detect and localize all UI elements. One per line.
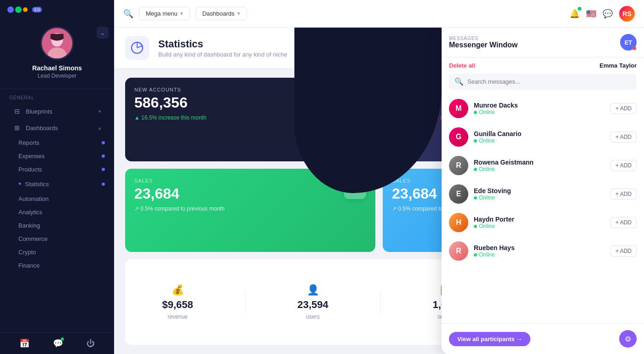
sidebar-item-crypto[interactable]: Crypto <box>18 246 110 259</box>
main-content: 🔍 Mega menu ▾ Dashboards ▾ 🔔 🇺🇸 💬 RS <box>114 0 644 354</box>
mega-menu-button[interactable]: Mega menu ▾ <box>139 7 190 20</box>
search-icon[interactable]: 🔍 <box>123 9 133 19</box>
power-icon[interactable]: ⏻ <box>86 339 95 348</box>
logo-circle-blue <box>7 6 14 13</box>
sidebar-item-label: Crypto <box>18 249 36 256</box>
svg-rect-10 <box>357 96 359 99</box>
contact-item[interactable]: H Haydn Porter Online + ADD <box>442 208 644 237</box>
add-contact-button[interactable]: + ADD <box>610 217 637 228</box>
revenue-value: $9,658 <box>162 299 193 311</box>
sidebar-item-commerce[interactable]: Commerce <box>18 232 110 246</box>
contact-avatar: R <box>449 156 468 175</box>
mega-menu-chevron-icon: ▾ <box>180 11 183 17</box>
message-icon[interactable]: 💬 <box>603 9 613 19</box>
card-change: ↗ 0.5% compared to previous month <box>134 206 366 212</box>
contact-item[interactable]: M Munroe Dacks Online + ADD <box>442 94 644 123</box>
nav-dot-reports <box>102 141 105 144</box>
contact-avatar: E <box>449 184 468 204</box>
users-icon: 👤 <box>307 284 319 296</box>
sidebar-item-analytics[interactable]: Analytics <box>18 206 110 219</box>
svg-rect-9 <box>354 94 356 99</box>
contact-status: Online <box>474 194 605 201</box>
sidebar-bottom-bar: 📅 💬 ⏻ <box>0 332 114 354</box>
contact-avatar: H <box>449 213 468 232</box>
notification-bell-icon[interactable]: 🔔 <box>569 9 580 19</box>
online-dot <box>474 253 477 257</box>
chat-icon[interactable]: 💬 <box>53 338 63 348</box>
dashboards-icon: ⊞ <box>13 124 21 131</box>
sidebar-item-expenses[interactable]: Expenses <box>18 149 110 163</box>
sidebar: 3.0 ⌄ Rachael Simons Lead Developer GENE… <box>0 0 114 354</box>
messenger-footer: View all participants → ⚙ <box>442 323 644 354</box>
user-avatar[interactable]: RS <box>619 6 635 22</box>
messenger-messages-label: MESSAGES <box>449 36 518 41</box>
sidebar-item-dashboards[interactable]: ⊞ Dashboards ▴ <box>4 120 110 136</box>
sidebar-item-label: Commerce <box>18 235 48 242</box>
contact-avatar: G <box>449 127 468 147</box>
sidebar-item-label: Reports <box>18 139 40 146</box>
settings-fab-button[interactable]: ⚙ <box>619 330 637 348</box>
logo-version-badge: 3.0 <box>32 7 42 12</box>
page-title: Statistics <box>158 38 287 50</box>
add-contact-button[interactable]: + ADD <box>610 131 637 143</box>
add-contact-button[interactable]: + ADD <box>610 160 637 171</box>
notification-badge <box>578 7 581 11</box>
contact-item[interactable]: R Rowena Geistmann Online + ADD <box>442 151 644 180</box>
topbar-right: 🔔 🇺🇸 💬 RS <box>569 6 635 22</box>
sidebar-item-automation[interactable]: Automation <box>18 192 110 206</box>
sidebar-item-label: Finance <box>18 262 40 269</box>
card-icon <box>344 86 366 108</box>
delete-all-button[interactable]: Delete all <box>449 62 475 69</box>
sidebar-item-label: Dashboards <box>26 125 58 131</box>
logo-circle-orange <box>23 7 28 12</box>
stats-header-text: Statistics Build any kind of dashboard f… <box>158 38 287 58</box>
messenger-actions: Delete all Emma Taylor <box>442 57 644 74</box>
nav-dot-statistics <box>102 183 105 186</box>
dashboards-button[interactable]: Dashboards ▾ <box>196 7 247 20</box>
contact-item[interactable]: G Gunilla Canario Online + ADD <box>442 123 644 151</box>
contact-info: Rueben Hays Online <box>474 244 605 258</box>
nav-dot-expenses <box>102 154 105 158</box>
svg-rect-8 <box>351 95 353 99</box>
add-contact-button[interactable]: + ADD <box>610 188 637 200</box>
sidebar-toggle-button[interactable]: ⌄ <box>97 27 109 39</box>
calendar-icon[interactable]: 📅 <box>19 338 29 348</box>
messenger-badge-initials: ET <box>625 39 632 46</box>
messenger-title-section: MESSAGES Messenger Window <box>449 36 518 49</box>
revenue-stat: 💰 $9,658 revenue <box>162 284 193 320</box>
card-label: NEW ACCOUNTS <box>134 87 366 92</box>
sidebar-item-banking[interactable]: Banking <box>18 219 110 232</box>
messenger-search-container: 🔍 <box>442 74 644 94</box>
contact-status: Online <box>474 223 605 229</box>
contact-item[interactable]: R Rueben Hays Online + ADD <box>442 237 644 265</box>
search-input[interactable] <box>467 78 631 85</box>
contact-status: Online <box>474 137 605 144</box>
messenger-header: MESSAGES Messenger Window ET <box>442 28 644 57</box>
contact-item[interactable]: E Ede Stoving Online + ADD <box>442 180 644 208</box>
messenger-et-badge: ET <box>620 34 637 51</box>
contact-status: Online <box>474 166 605 172</box>
stats-header-icon <box>125 36 149 60</box>
sales-green-card: SALES 23,684 ↗ 0.5% compared to previous… <box>125 169 375 252</box>
sidebar-item-finance[interactable]: Finance <box>18 259 110 272</box>
svg-point-11 <box>353 186 357 190</box>
contact-info: Ede Stoving Online <box>474 187 605 201</box>
sidebar-item-statistics[interactable]: Statistics <box>18 176 110 192</box>
sidebar-profile: ⌄ Rachael Simons Lead Developer <box>0 19 114 89</box>
sidebar-item-reports[interactable]: Reports <box>18 136 110 149</box>
card-icon <box>344 177 366 199</box>
view-all-participants-button[interactable]: View all participants → <box>449 332 530 346</box>
revenue-icon: 💰 <box>172 284 184 296</box>
logo-icon <box>7 6 28 13</box>
svg-point-4 <box>50 34 63 41</box>
online-dot <box>474 139 477 143</box>
card-change: ▲ 16.5% increase this month <box>134 114 366 121</box>
flag-icon[interactable]: 🇺🇸 <box>586 9 596 19</box>
add-contact-button[interactable]: + ADD <box>610 246 637 257</box>
messenger-notification-dot <box>632 46 636 50</box>
users-value: 23,594 <box>297 299 328 311</box>
sidebar-item-blueprints[interactable]: ⊟ Blueprints ▾ <box>4 103 110 119</box>
users-label: users <box>306 314 319 320</box>
sidebar-item-products[interactable]: Products <box>18 163 110 176</box>
add-contact-button[interactable]: + ADD <box>610 103 637 114</box>
